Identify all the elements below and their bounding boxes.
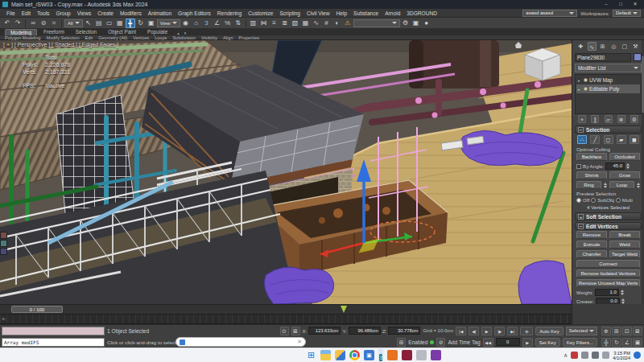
menu-scripting[interactable]: Scripting (276, 10, 303, 16)
system-clock[interactable]: 3:15 PM 4/1/2024 (613, 351, 630, 360)
add-time-tag[interactable]: Add Time Tag (448, 339, 480, 345)
bind-to-space-warp-icon[interactable]: ≈ (49, 19, 59, 28)
orbit-icon[interactable]: ↻ (612, 338, 621, 347)
next-frame-button[interactable]: |▶ (494, 327, 505, 335)
key-mode-dropdown[interactable]: Selected (566, 327, 597, 335)
remove-modifier-icon[interactable]: ⊗ (617, 115, 625, 123)
menu-edit[interactable]: Edit (19, 10, 34, 16)
maxscript-mini-listener[interactable]: Array modIFS (2, 338, 105, 347)
rendered-frame-window-icon[interactable]: ▣ (411, 19, 421, 28)
curve-editor-icon[interactable]: ∿ (312, 19, 321, 28)
previous-frame-button[interactable]: ◀| (469, 327, 479, 335)
mute-toggle-icon[interactable]: ⊘ (436, 338, 445, 347)
arnold-warning-icon[interactable]: ⚠ (343, 19, 353, 28)
edge-subobject-icon[interactable]: ╱ (590, 135, 600, 144)
collapse-icon[interactable]: − (578, 224, 584, 229)
target-weld-button[interactable]: Target Weld (609, 250, 640, 258)
menu-substance[interactable]: Substance (350, 10, 382, 16)
perspective-viewport[interactable]: [ + ] [ Perspective ] [ Shaded ] [ Edged… (0, 40, 572, 304)
weld-button[interactable]: Weld (609, 241, 640, 249)
object-name-field[interactable]: Plane29830 (575, 53, 631, 62)
y-coordinate-field[interactable]: 96.486cm (349, 327, 381, 335)
mini-curve-editor-icon[interactable]: ≡ (2, 316, 5, 322)
time-configuration-icon[interactable]: ⊞ (397, 338, 406, 347)
unlink-selection-icon[interactable]: ⊘ (39, 19, 48, 28)
3dsmax-taskbar-item[interactable]: 3 (378, 348, 383, 362)
stack-item-uvw-map[interactable]: ▸ UVW Map (576, 76, 640, 84)
go-to-end-button[interactable]: ▶| (507, 327, 518, 335)
tray-app-icon[interactable] (571, 352, 578, 359)
menu-rendering[interactable]: Rendering (214, 10, 245, 16)
select-and-move-icon[interactable]: ╋ (126, 19, 135, 28)
panel-align[interactable]: Align (223, 35, 233, 40)
menu-help[interactable]: Help (333, 10, 351, 16)
snaps-toggle-icon[interactable]: 3 (202, 19, 212, 28)
preview-multi-radio[interactable] (616, 198, 621, 203)
pan-icon[interactable]: ╬ (601, 338, 611, 347)
panel-subdivision[interactable]: Subdivision (172, 35, 196, 40)
time-slider[interactable]: 0 / 100 (0, 304, 572, 314)
play-button[interactable]: ▶ (481, 327, 492, 335)
menu-graph-editors[interactable]: Graph Editors (175, 10, 214, 16)
modifier-enabled-icon[interactable] (584, 87, 588, 91)
menu-views[interactable]: Views (74, 10, 94, 16)
menu-animation[interactable]: Animation (145, 10, 175, 16)
menu-3dground[interactable]: 3DGROUND (403, 10, 440, 16)
purple-app-taskbar-icon[interactable] (431, 350, 441, 360)
panel-properties[interactable]: Properties (239, 35, 260, 40)
minimize-button[interactable]: – (600, 1, 613, 8)
ring-button[interactable]: Ring (576, 181, 601, 189)
soft-selection-header[interactable]: + Soft Selection (575, 212, 642, 220)
loop-spinner[interactable] (637, 181, 640, 189)
selection-filter-dropdown[interactable]: All (64, 19, 83, 27)
select-and-place-icon[interactable]: ⌂ (192, 19, 201, 28)
mirror-icon[interactable]: ⋈ (259, 19, 269, 28)
layout-tab-1[interactable] (0, 232, 7, 239)
modifier-list-dropdown[interactable]: Modifier List (575, 64, 642, 72)
notification-bell-icon[interactable] (634, 352, 641, 359)
configure-modifier-sets-icon[interactable]: ⚙ (630, 115, 638, 123)
global-search-combo[interactable] (522, 10, 577, 17)
volume-icon[interactable] (602, 352, 609, 359)
break-button[interactable]: Break (609, 231, 640, 239)
tray-cloud-icon[interactable] (581, 352, 588, 359)
set-keys-button[interactable]: ＋ (520, 327, 533, 335)
file-explorer-icon[interactable] (320, 350, 331, 360)
remove-unused-map-verts-button[interactable]: Remove Unused Map Verts (576, 279, 640, 287)
time-slider-handle[interactable]: 0 / 100 (11, 306, 63, 313)
border-subobject-icon[interactable]: ◻ (604, 135, 613, 144)
macro-recorder-strip[interactable] (2, 327, 105, 335)
menu-civil-view[interactable]: Civil View (303, 10, 332, 16)
vertex-subobject-icon[interactable]: ∴ (577, 135, 587, 144)
3dsmax-icon[interactable]: 3 (379, 354, 382, 361)
loop-button[interactable]: Loop (609, 181, 634, 189)
material-editor-icon[interactable]: ◐ (332, 19, 342, 28)
weight-value[interactable]: 1.0 (595, 289, 619, 296)
angle-snap-icon[interactable]: ∠ (213, 19, 222, 28)
align-icon[interactable]: ≡ (270, 19, 279, 28)
hierarchy-tab-icon[interactable]: ⊞ (598, 42, 607, 51)
panel-vertices[interactable]: Vertices (133, 35, 149, 40)
zoom-all-icon[interactable]: ⊞ (612, 327, 621, 335)
widgets-icon[interactable] (335, 350, 345, 360)
menu-group[interactable]: Group (52, 10, 73, 16)
menu-create[interactable]: Create (94, 10, 117, 16)
current-frame-field[interactable]: 0 (496, 338, 520, 346)
occluded-button[interactable]: Occluded (609, 153, 640, 161)
start-button[interactable]: ⊞ (306, 350, 316, 360)
edit-vertices-header[interactable]: − Edit Vertices (575, 222, 642, 230)
tool-taskbar-icon[interactable] (416, 350, 427, 360)
redo-icon[interactable]: ↷ (13, 19, 23, 28)
modify-tab-icon[interactable]: ∿ (588, 42, 597, 51)
layer-explorer-icon[interactable]: ▧ (291, 19, 300, 28)
chrome-icon[interactable] (349, 350, 360, 360)
expand-icon[interactable]: + (578, 214, 584, 220)
ring-spinner[interactable] (604, 181, 607, 189)
select-by-name-icon[interactable]: ▤ (94, 19, 104, 28)
menu-arnold[interactable]: Arnold (382, 10, 403, 16)
create-tab-icon[interactable]: ✚ (576, 42, 585, 51)
remove-isolated-vertices-button[interactable]: Remove Isolated Vertices (576, 269, 640, 278)
adobe-taskbar-icon[interactable] (402, 350, 412, 360)
selection-rollout-header[interactable]: − Selection (575, 125, 642, 134)
time-marker-icon[interactable] (341, 306, 347, 313)
